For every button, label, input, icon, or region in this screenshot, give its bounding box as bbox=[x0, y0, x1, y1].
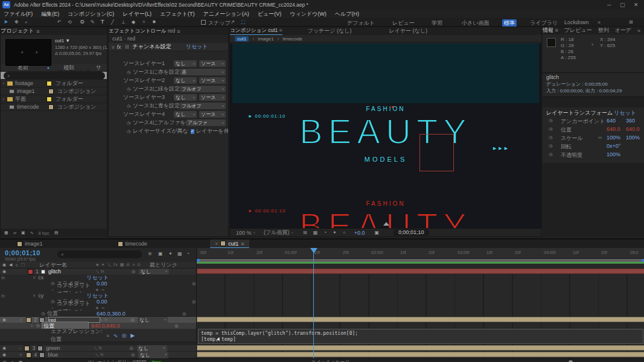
menu-layer[interactable]: レイヤー(L) bbox=[123, 10, 151, 18]
workspace-overflow-chevron[interactable]: » bbox=[598, 19, 601, 25]
expander-icon[interactable]: › bbox=[2, 96, 4, 102]
nav-comp-cut1[interactable]: cut1 bbox=[235, 36, 249, 42]
close-icon[interactable]: × bbox=[215, 241, 218, 247]
stopwatch-icon[interactable]: ◷ bbox=[549, 127, 552, 132]
composition-tab-active[interactable]: コンポジション cut1 ≡ bbox=[230, 27, 282, 35]
pen-tool-icon[interactable]: ✎ bbox=[91, 19, 95, 25]
snap-checkbox[interactable] bbox=[201, 20, 206, 25]
puppet-pin-tool-icon[interactable]: ✸ bbox=[152, 19, 156, 25]
pickwhip-icon[interactable]: ◎ bbox=[130, 317, 134, 322]
timeline-tab-cut1-active[interactable]: ×cut1≡ bbox=[210, 240, 249, 248]
expander-icon[interactable]: › bbox=[19, 346, 21, 351]
composition-mini-flowchart-icon[interactable]: ≋ bbox=[148, 251, 152, 256]
project-row-heimen[interactable]: › 平面 フォルダー bbox=[1, 95, 107, 103]
type-tool-icon[interactable]: T bbox=[101, 19, 104, 25]
pickwhip-icon[interactable]: ◎ bbox=[131, 352, 135, 357]
composite-options-row[interactable]: › コンポジットオプション ＋ − bbox=[0, 305, 196, 311]
panel-menu-icon[interactable]: ≡ bbox=[36, 28, 39, 34]
eye-icon[interactable]: ◉ bbox=[2, 317, 6, 322]
stopwatch-icon[interactable]: ◷ bbox=[51, 281, 54, 286]
set-red-dropdown[interactable]: 赤˅ bbox=[180, 69, 226, 75]
stopwatch-icon[interactable]: ◷ bbox=[51, 299, 54, 304]
layer-tab[interactable]: レイヤー (なし) bbox=[389, 27, 427, 35]
source-layer-1-dropdown[interactable]: なし˅ bbox=[174, 60, 197, 67]
expander-icon[interactable]: ∨ bbox=[33, 275, 36, 280]
menu-view[interactable]: ビュー(V) bbox=[258, 10, 281, 18]
minimize-button[interactable]: ─ bbox=[607, 2, 611, 8]
new-folder-icon[interactable]: ▱ bbox=[13, 230, 16, 235]
effect-group-cx[interactable]: fx ∨ cx リセット bbox=[0, 275, 196, 281]
clone-stamp-tool-icon[interactable]: ⊥ bbox=[121, 19, 126, 25]
layer-name[interactable]: green bbox=[46, 345, 93, 351]
project-row-image1[interactable]: image1 コンポジション bbox=[1, 87, 107, 95]
layer-switches[interactable]: ＼ fx bbox=[95, 352, 129, 358]
green-layer-bar[interactable] bbox=[197, 345, 644, 351]
playhead-handle[interactable] bbox=[310, 248, 317, 253]
parent-dropdown[interactable]: なし˅ bbox=[138, 352, 168, 358]
label-chip-tan[interactable] bbox=[26, 352, 31, 358]
zoom-tool-icon[interactable]: ⌕ bbox=[25, 19, 27, 25]
channels-icon[interactable]: ○ bbox=[343, 230, 346, 235]
rotation-value[interactable]: 0x+0° bbox=[607, 143, 620, 149]
parent-dropdown[interactable]: なし˅ bbox=[139, 268, 169, 275]
footage-tab[interactable]: フッテージ (なし) bbox=[308, 27, 352, 35]
color-depth-button[interactable]: 8 bpc bbox=[39, 230, 49, 236]
source-4-mode-dropdown[interactable]: ソース˅ bbox=[199, 111, 226, 118]
share-icon[interactable]: ↗ bbox=[231, 19, 235, 25]
pickwhip-icon[interactable]: ◎ bbox=[129, 346, 133, 351]
parent-dropdown[interactable]: なし˅ bbox=[138, 317, 168, 323]
transform-reset-link[interactable]: リセット bbox=[614, 109, 636, 117]
label-chip[interactable] bbox=[46, 97, 52, 102]
expander-icon[interactable]: ∨ bbox=[111, 44, 115, 50]
snapshot-camera-icon[interactable]: ▣ bbox=[374, 230, 379, 235]
stopwatch-icon[interactable]: ◷ bbox=[549, 144, 552, 148]
source-layer-4-dropdown[interactable]: なし˅ bbox=[174, 111, 197, 118]
timeline-search-input[interactable]: ⌕ bbox=[57, 250, 142, 258]
anchor-y-value[interactable]: 360 bbox=[626, 118, 635, 124]
layer-switches[interactable]: ＼ fx bbox=[99, 317, 130, 323]
solo-icon[interactable]: ○ bbox=[16, 263, 18, 267]
source-2-mode-dropdown[interactable]: ソース˅ bbox=[199, 77, 226, 84]
expression-pickwhip-icon[interactable]: ◎ bbox=[192, 299, 196, 304]
timeline-tab-image1[interactable]: image1 bbox=[17, 241, 43, 247]
audio-tab[interactable]: オーデ bbox=[615, 27, 631, 34]
tab-overflow-chevron[interactable]: » bbox=[637, 28, 640, 34]
stopwatch-icon[interactable]: ◷ bbox=[127, 70, 130, 75]
menu-animation[interactable]: アニメーション(A) bbox=[203, 10, 249, 18]
source-3-mode-dropdown[interactable]: ソース˅ bbox=[199, 94, 226, 101]
source-layer-3-dropdown[interactable]: なし˅ bbox=[174, 94, 197, 101]
resolution-dropdown[interactable]: (フル画質) bbox=[264, 229, 289, 237]
opacity-value[interactable]: 100% bbox=[607, 151, 620, 157]
guides-icon[interactable]: ✦ bbox=[333, 230, 337, 235]
stopwatch-icon[interactable]: ◷ bbox=[41, 311, 45, 316]
anchor-x-value[interactable]: 640 bbox=[607, 118, 616, 124]
effect-reset-link[interactable]: リセット bbox=[186, 43, 208, 51]
scale-x-value[interactable]: 100% bbox=[607, 135, 620, 141]
set-alpha-dropdown[interactable]: アルファ˅ bbox=[186, 119, 226, 126]
new-composition-icon[interactable]: ▣ bbox=[21, 230, 25, 235]
mask-visibility-icon[interactable]: ▦ bbox=[313, 230, 318, 235]
motion-blur-icon[interactable]: ◔ bbox=[187, 251, 190, 256]
lock-icon[interactable]: ⬚ bbox=[21, 262, 25, 267]
layer-row-blue[interactable]: ◉ ∨ 4 blue ＼ fx ◎ なし˅ bbox=[0, 352, 196, 358]
layer-name-column[interactable]: レイヤー名 bbox=[39, 261, 67, 269]
set-green-dropdown[interactable]: フルオフ˅ bbox=[180, 86, 226, 92]
brush-tool-icon[interactable]: ╱ bbox=[111, 19, 114, 25]
eye-icon[interactable]: ◉ bbox=[2, 262, 6, 267]
expression-buttons[interactable]: = ∿ ◎ ▶ bbox=[106, 332, 136, 338]
effect-header-row[interactable]: ∨ fx チャンネル設定 リセット bbox=[109, 43, 228, 51]
expression-pickwhip-icon[interactable]: ◎ bbox=[174, 323, 178, 328]
shape-tool-icon[interactable]: ✪ bbox=[80, 19, 84, 25]
stopwatch-icon[interactable]: ◷ bbox=[549, 135, 552, 140]
align-tab[interactable]: 整列 bbox=[598, 27, 609, 34]
magnification-dropdown[interactable]: 100 % bbox=[236, 230, 252, 236]
eye-icon[interactable]: ◉ bbox=[2, 346, 6, 351]
workspace-lockdown[interactable]: Lockdown bbox=[564, 19, 589, 25]
effect-group-cy[interactable]: fx ∨ cy リセット bbox=[0, 293, 196, 299]
viewer-current-time[interactable]: 0;00;01;10 bbox=[394, 229, 429, 236]
menu-file[interactable]: ファイル(F) bbox=[4, 10, 33, 18]
label-chip-red[interactable] bbox=[28, 269, 33, 275]
workspace-grid-icon[interactable]: ⊞ bbox=[629, 19, 633, 25]
expander-icon[interactable]: ∨ bbox=[30, 323, 33, 328]
sort-ascending-icon[interactable]: ▲ bbox=[46, 66, 50, 69]
